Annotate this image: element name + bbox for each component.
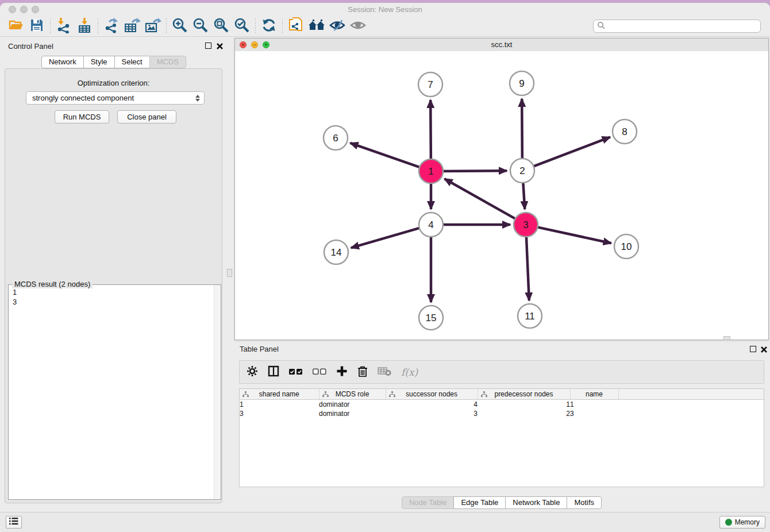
cell-successor-nodes[interactable]: 4 bbox=[386, 400, 478, 410]
cell-mcds-role[interactable]: dominator bbox=[319, 409, 386, 418]
export-image-icon bbox=[144, 17, 161, 36]
cell-mcds-role[interactable]: dominator bbox=[319, 400, 386, 410]
control-panel-close-button[interactable] bbox=[216, 42, 224, 49]
column-header-shared-name[interactable]: shared name bbox=[240, 389, 319, 400]
tab-style[interactable]: Style bbox=[83, 56, 115, 68]
search-box[interactable] bbox=[593, 20, 761, 33]
graph-node-14[interactable]: 14 bbox=[324, 240, 348, 264]
node-table[interactable]: shared name MCDS role successor nodes pr… bbox=[239, 388, 764, 487]
save-session-button[interactable] bbox=[26, 17, 47, 36]
graph-edge-3-10[interactable] bbox=[532, 226, 611, 243]
toolbar-separator bbox=[166, 18, 167, 34]
graph-edge-1-6[interactable] bbox=[350, 143, 425, 169]
export-image-button[interactable] bbox=[143, 17, 163, 36]
graph-node-6[interactable]: 6 bbox=[324, 126, 348, 150]
cell-predecessor-nodes[interactable]: 1 bbox=[478, 400, 570, 410]
tab-node-table[interactable]: Node Table bbox=[402, 496, 455, 509]
result-scrollbar[interactable] bbox=[214, 285, 221, 499]
control-panel-float-button[interactable] bbox=[205, 43, 211, 49]
graph-node-9[interactable]: 9 bbox=[510, 71, 534, 95]
tab-edge-table[interactable]: Edge Table bbox=[453, 496, 506, 509]
zoom-fit-button[interactable] bbox=[211, 17, 232, 36]
table-panel-close-button[interactable] bbox=[760, 345, 768, 353]
table-panel-tabs: Node Table Edge Table Network Table Moti… bbox=[234, 496, 769, 509]
add-row-button[interactable] bbox=[336, 365, 348, 380]
tab-select[interactable]: Select bbox=[114, 56, 150, 68]
search-input[interactable] bbox=[607, 21, 760, 31]
cell-successor-nodes[interactable]: 3 bbox=[386, 409, 478, 418]
column-header-name[interactable]: name bbox=[570, 389, 618, 400]
export-network-button[interactable] bbox=[101, 17, 122, 36]
graph-edge-1-2[interactable] bbox=[437, 171, 507, 171]
graph-node-10[interactable]: 10 bbox=[614, 234, 638, 259]
network-canvas[interactable]: 7968124314101511 bbox=[235, 51, 768, 340]
table-panel-float-button[interactable] bbox=[750, 346, 756, 352]
show-hidden-button[interactable] bbox=[348, 17, 368, 36]
export-table-button[interactable] bbox=[122, 17, 143, 36]
column-header-successor-nodes[interactable]: successor nodes bbox=[386, 389, 478, 400]
delete-table-button[interactable] bbox=[378, 365, 391, 380]
cell-predecessor-nodes[interactable]: 2 bbox=[478, 409, 570, 418]
cell-shared-name[interactable]: 3 bbox=[240, 409, 319, 418]
table-splitter-handle[interactable] bbox=[723, 336, 730, 340]
zoom-selected-icon bbox=[234, 17, 250, 36]
open-session-button[interactable] bbox=[6, 17, 26, 36]
table-row[interactable]: 1 dominator 4 1 1 bbox=[240, 400, 764, 410]
clone-network-button[interactable] bbox=[286, 17, 306, 36]
column-header-predecessor-nodes[interactable]: predecessor nodes bbox=[478, 389, 570, 400]
graph-edge-1-7[interactable] bbox=[430, 100, 431, 165]
tab-network-table[interactable]: Network Table bbox=[505, 496, 567, 509]
apply-layout-button[interactable] bbox=[259, 17, 279, 36]
show-columns-button[interactable] bbox=[268, 365, 279, 380]
unchecked-boxes-icon bbox=[313, 367, 326, 377]
import-network-icon bbox=[56, 17, 72, 36]
toolbar-separator bbox=[282, 18, 283, 34]
graph-node-15[interactable]: 15 bbox=[419, 306, 443, 330]
cell-name[interactable]: 1 bbox=[570, 400, 618, 410]
graph-edge-2-8[interactable] bbox=[528, 137, 610, 169]
graph-node-8[interactable]: 8 bbox=[613, 119, 637, 144]
graph-node-3[interactable]: 3 bbox=[514, 213, 538, 237]
apply-function-button[interactable]: f(x) bbox=[401, 365, 418, 380]
zoom-selected-button[interactable] bbox=[232, 17, 252, 36]
import-table-icon bbox=[76, 17, 93, 36]
trash-icon bbox=[357, 365, 368, 379]
run-mcds-button[interactable]: Run MCDS bbox=[55, 110, 109, 124]
select-all-button[interactable] bbox=[289, 365, 303, 380]
task-history-button[interactable] bbox=[6, 516, 22, 529]
network-window-titlebar[interactable]: × − + scc.txt bbox=[235, 38, 768, 52]
delete-row-button[interactable] bbox=[357, 365, 368, 380]
zoom-in-button[interactable] bbox=[170, 17, 190, 36]
status-bar: Memory bbox=[0, 512, 770, 532]
tab-motifs[interactable]: Motifs bbox=[567, 496, 602, 509]
graph-node-4[interactable]: 4 bbox=[419, 213, 443, 237]
network-view-window: × − + scc.txt 7968124314101511 bbox=[234, 38, 769, 340]
tab-mcds[interactable]: MCDS bbox=[149, 56, 186, 68]
svg-text:11: 11 bbox=[525, 311, 535, 322]
graph-node-11[interactable]: 11 bbox=[518, 304, 542, 328]
graph-node-1[interactable]: 1 bbox=[419, 159, 443, 183]
graph-edge-3-1[interactable] bbox=[445, 179, 521, 222]
column-header-mcds-role[interactable]: MCDS role bbox=[319, 389, 386, 400]
cell-name[interactable]: 3 bbox=[570, 409, 618, 418]
table-settings-button[interactable] bbox=[247, 365, 258, 380]
graph-edge-3-11[interactable] bbox=[526, 230, 529, 300]
memory-button[interactable]: Memory bbox=[719, 516, 765, 529]
graph-node-2[interactable]: 2 bbox=[510, 159, 534, 183]
tab-network[interactable]: Network bbox=[41, 56, 84, 68]
import-table-button[interactable] bbox=[74, 17, 95, 36]
svg-text:10: 10 bbox=[621, 241, 632, 252]
criterion-select[interactable]: strongly connected component bbox=[26, 91, 205, 105]
cell-shared-name[interactable]: 1 bbox=[240, 400, 319, 410]
import-network-button[interactable] bbox=[53, 17, 74, 36]
graph-edge-2-9[interactable] bbox=[522, 99, 522, 165]
close-panel-button[interactable]: Close panel bbox=[117, 110, 176, 124]
graph-node-7[interactable]: 7 bbox=[418, 72, 442, 97]
hide-selected-button[interactable] bbox=[327, 17, 348, 36]
window-title: Session: New Session bbox=[0, 5, 770, 14]
network-overview-button[interactable] bbox=[306, 17, 327, 36]
deselect-all-button[interactable] bbox=[313, 365, 326, 380]
table-row[interactable]: 3 dominator 3 2 3 bbox=[240, 409, 764, 418]
zoom-out-button[interactable] bbox=[190, 17, 211, 36]
graph-edge-4-14[interactable] bbox=[351, 226, 425, 248]
